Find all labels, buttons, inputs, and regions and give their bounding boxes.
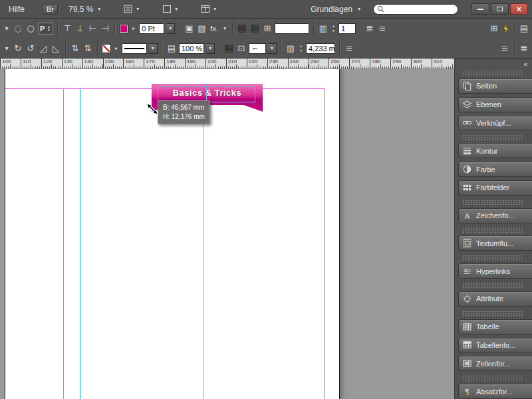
stroke-style-dropdown[interactable]: ▾: [149, 43, 158, 54]
document-canvas[interactable]: Basics & Tricks B: 46,567 mm H: 12,176 m…: [0, 69, 454, 399]
dock-button-tabelle[interactable]: Tabelle: [458, 319, 532, 334]
dock-button-kontur[interactable]: Kontur: [458, 143, 532, 158]
resize-cursor-icon: [146, 102, 159, 116]
align-paragraph-icon[interactable]: ≡: [377, 23, 388, 34]
ellipse-frame-tool-icon[interactable]: ◌: [13, 23, 23, 34]
control-row-2: ▾ ↻ ↺ ◿ ◺ ⇅ ⇅ ▸ ▾ ▤ 100 % ▾ ▦ ⊡ ⌐ ▾ ▥ ▴: [0, 38, 532, 58]
bridge-button[interactable]: Br: [43, 4, 58, 15]
ruler-guide[interactable]: [203, 88, 203, 399]
dock-button-textumfluss[interactable]: Textumflu...: [458, 235, 532, 251]
baseline-grid-icon[interactable]: ▦: [249, 23, 260, 34]
search-input[interactable]: [386, 5, 454, 13]
stroke-weight-field[interactable]: 0 Pt: [139, 23, 164, 34]
stroke-weight-dropdown[interactable]: ▾: [166, 23, 175, 34]
search-box[interactable]: [373, 4, 458, 15]
dock-button-hyperlinks[interactable]: abc Hyperlinks: [458, 263, 532, 279]
dock-button-tabellenformate[interactable]: Tabellenfo...: [458, 338, 532, 353]
object-style-field[interactable]: [275, 23, 309, 34]
panel-dropdown-icon[interactable]: ▾: [3, 23, 11, 34]
chevron-down-icon: ▾: [173, 4, 180, 15]
dock-button-farbe[interactable]: Farbe: [458, 162, 532, 177]
separator: [97, 41, 98, 56]
effects-dropdown-icon[interactable]: ▾: [221, 23, 228, 34]
fill-color-swatch[interactable]: [119, 24, 128, 33]
dock-button-attribute[interactable]: Attribute: [458, 291, 532, 307]
chevron-down-icon: ▾: [96, 4, 102, 15]
opacity-dropdown[interactable]: ▾: [206, 43, 215, 54]
corner-options-field[interactable]: ⌐: [249, 43, 266, 54]
menu-hilfe[interactable]: Hilfe: [4, 3, 29, 16]
columns-field[interactable]: 1: [338, 23, 356, 34]
arrange-documents-button[interactable]: ▾: [201, 4, 218, 15]
panel-dropdown-icon[interactable]: ▾: [3, 43, 11, 54]
opacity-field[interactable]: 100 %: [179, 43, 204, 54]
shear-left-icon[interactable]: ◺: [51, 43, 61, 54]
ruler-guide[interactable]: [80, 88, 80, 399]
grid-options-icon[interactable]: ▦: [223, 43, 234, 54]
quick-apply-icon[interactable]: [501, 23, 510, 34]
screen-mode-button[interactable]: ▾: [162, 4, 180, 15]
stroke-flyout-icon[interactable]: ▸: [113, 43, 120, 54]
text-align-icon[interactable]: ≡: [344, 43, 354, 54]
dock-button-absatzformate[interactable]: ¶ Absatzfor...: [458, 384, 532, 399]
reference-point-proxy[interactable]: P ▴ ▾: [38, 23, 53, 35]
dock-button-label: Zeichenfo...: [476, 211, 514, 219]
corner-options-dropdown[interactable]: ▾: [268, 43, 277, 54]
workspace-grid-icon[interactable]: ⊞: [489, 23, 499, 34]
dock-button-ebenen[interactable]: Ebenen: [458, 97, 532, 112]
chevron-down-icon: ▾: [134, 4, 141, 15]
frame-fitting-icon[interactable]: ⊞: [262, 23, 273, 34]
dock-gripper: [463, 228, 524, 234]
ruler-mark: 300: [411, 59, 412, 68]
dock-button-zellenformate[interactable]: Zellenfor...: [458, 356, 532, 371]
dock-button-label: Attribute: [476, 295, 503, 303]
shear-right-icon[interactable]: ◿: [38, 43, 49, 54]
fill-flyout-icon[interactable]: ▸: [130, 23, 137, 34]
workspace-switcher[interactable]: Grundlagen ▾: [311, 4, 362, 15]
ruler-guide[interactable]: [63, 88, 64, 399]
drop-shadow-icon[interactable]: ▣: [184, 23, 194, 34]
align-right-icon[interactable]: ⊣: [100, 23, 110, 34]
zoom-level-dropdown[interactable]: 79,5 % ▾: [68, 4, 102, 15]
columns-icon[interactable]: ▥: [318, 23, 329, 34]
paragraph-list-icon[interactable]: ≡: [499, 43, 510, 54]
gutter-field[interactable]: 4,233 m: [306, 43, 335, 54]
maximize-button[interactable]: [491, 3, 509, 15]
dock-collapse-bar[interactable]: «: [455, 59, 532, 69]
ruler-mark: 130: [62, 59, 63, 68]
transparency-icon[interactable]: ▨: [196, 23, 207, 34]
align-bottom-icon[interactable]: ⊥: [74, 23, 85, 34]
dock-button-verknuepfungen[interactable]: Verknüpf...: [458, 116, 532, 131]
dock-button-zeichenformate[interactable]: A Zeichenfo...: [458, 208, 532, 223]
rotate-cw-icon[interactable]: ↻: [13, 43, 23, 54]
align-top-icon[interactable]: ⊤: [62, 23, 72, 34]
effects-button[interactable]: fx.: [209, 25, 219, 33]
gutter-stepper[interactable]: ▴ ▾: [298, 44, 304, 53]
ellipse-tool-icon[interactable]: ○: [25, 23, 36, 34]
text-frame-options-icon[interactable]: ▦: [237, 23, 247, 34]
dock-button-farbfelder[interactable]: Farbfelder: [458, 180, 532, 196]
position-steppers[interactable]: ▴ ▾: [46, 25, 51, 32]
minimize-button[interactable]: [471, 3, 489, 15]
control-panel-flyout-icon[interactable]: ≣: [519, 43, 529, 54]
gutter-icon[interactable]: ▥: [285, 43, 296, 54]
list-view-icon[interactable]: ≣: [364, 23, 375, 34]
horizontal-ruler[interactable]: 1001101201301401501601701801902002102202…: [0, 59, 454, 69]
stroke-style-field[interactable]: [122, 43, 147, 54]
stroke-color-swatch[interactable]: [102, 44, 111, 53]
opacity-icon[interactable]: ▤: [166, 43, 177, 54]
control-panel-menu-icon[interactable]: ▤: [519, 23, 529, 34]
rotate-ccw-icon[interactable]: ↺: [25, 43, 36, 54]
dock-button-seiten[interactable]: Seiten: [458, 78, 532, 94]
view-options-button[interactable]: ▾: [124, 4, 141, 15]
chevron-down-icon: ▾: [269, 43, 275, 54]
dock-button-label: Tabelle: [476, 323, 499, 331]
flip-vertical-icon[interactable]: ⇅: [70, 43, 80, 54]
distribute-vertical-icon[interactable]: ⇅: [82, 43, 93, 54]
columns-stepper[interactable]: ▴ ▾: [331, 24, 336, 33]
close-button[interactable]: ×: [510, 3, 528, 15]
collapse-arrows-icon: «: [523, 60, 527, 68]
align-left-icon[interactable]: ⊢: [87, 23, 98, 34]
spin-down-icon: ▾: [298, 49, 304, 53]
frame-center-icon[interactable]: ⊡: [236, 43, 247, 54]
